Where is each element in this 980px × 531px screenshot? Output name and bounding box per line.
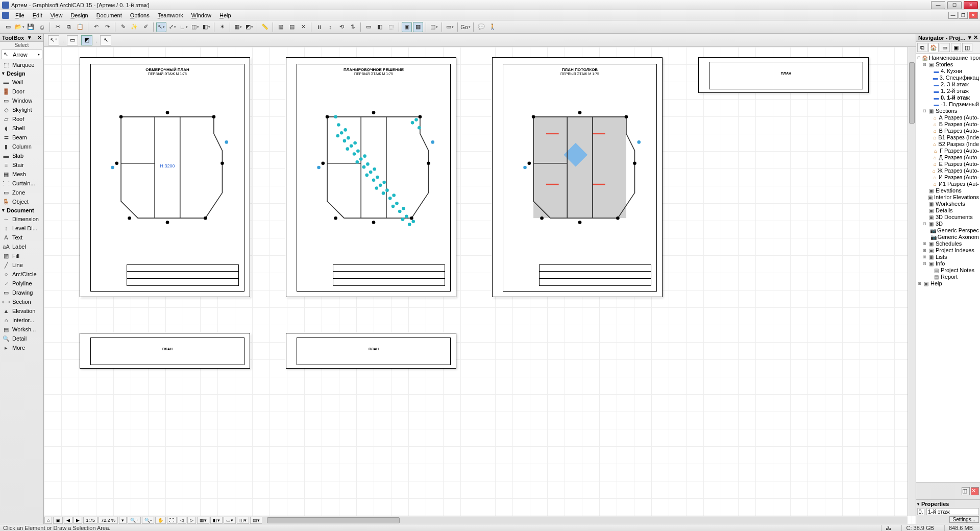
pick-button[interactable]: ✎ [118, 22, 128, 32]
nav-item-в1-разрез-inde[interactable]: ⌂В1 Разрез (Inde [916, 134, 980, 141]
document-tool-section[interactable]: ⟷Section [0, 297, 43, 306]
menu-edit[interactable]: Edit [29, 11, 46, 19]
redo-button[interactable]: ↷ [102, 22, 112, 32]
marquee-tool[interactable]: ⬚Marquee [0, 60, 43, 69]
design-tool-column[interactable]: ▮Column [0, 142, 43, 151]
nav-tab-extra[interactable]: ◫ [962, 43, 972, 52]
grid-button[interactable]: ▦ [233, 22, 243, 32]
sheet-2[interactable]: ПЛАН ПОТОЛКОВ ПЕРВЫЙ ЭТАЖ М 1:75 [492, 57, 663, 297]
paste-button[interactable]: 📋 [75, 22, 85, 32]
infobar-btn3[interactable]: ◩ [81, 35, 92, 45]
document-tool-elevation[interactable]: ▲Elevation [0, 306, 43, 316]
document-tool-text[interactable]: AText [0, 233, 43, 242]
design-tool-window[interactable]: ▭Window [0, 96, 43, 105]
eyedrop-button[interactable]: ✐ [140, 22, 151, 32]
menu-options[interactable]: Options [126, 11, 154, 19]
nav-item-б-разрез-auto-[interactable]: ⌂Б Разрез (Auto- [916, 121, 980, 128]
bb-right-icon[interactable]: ▶ [74, 517, 82, 524]
cut-button[interactable]: ✂ [53, 22, 63, 32]
nav-item-stories[interactable]: ⊟▣Stories [916, 61, 980, 68]
document-tool-fill[interactable]: ▨Fill [0, 251, 43, 260]
design-category[interactable]: Design [0, 69, 43, 78]
nav-item-2-3-й-этаж[interactable]: ▬2. 3-й этаж [916, 81, 980, 88]
nav-item-4-кухни[interactable]: ▬4. Кухни [916, 68, 980, 75]
design-tool-object[interactable]: 🪑Object [0, 197, 43, 206]
bb-prev-icon[interactable]: ◁ [178, 517, 186, 524]
suspend-button[interactable]: ⏸ [314, 22, 324, 32]
nav-item-3d[interactable]: ⊟▣3D [916, 221, 980, 227]
nav-item-sections[interactable]: ⊟▣Sections [916, 108, 980, 114]
design-tool-curtain-[interactable]: ⋮⋮Curtain... [0, 179, 43, 188]
drawing-canvas[interactable]: ОБМЕРОЧНЫЙ ПЛАН ПЕРВЫЙ ЭТАЖ М 1:75 H:320… [44, 47, 916, 524]
person-icon[interactable]: 🚶 [487, 22, 498, 32]
scale-display[interactable]: 1:75 [83, 517, 97, 524]
nav-item-а-разрез-auto-[interactable]: ⌂А Разрез (Auto- [916, 114, 980, 121]
snap4-button[interactable]: ◧ [201, 22, 211, 32]
bb-opt3-icon[interactable]: ▭▾ [224, 517, 236, 524]
nav-item-ж-разрез-auto-[interactable]: ⌂Ж Разрез (Auto- [916, 167, 980, 174]
sheet-0[interactable]: ОБМЕРОЧНЫЙ ПЛАН ПЕРВЫЙ ЭТАЖ М 1:75 H:320… [80, 57, 250, 297]
show1-button[interactable]: ▭ [363, 22, 374, 32]
nav-tab-layout[interactable]: ▭ [940, 43, 950, 52]
nav-item-1-2-й-этаж[interactable]: ▬1. 2-й этаж [916, 88, 980, 94]
infobar-btn1[interactable]: ↖⁺ [48, 35, 59, 45]
document-category[interactable]: Document [0, 206, 43, 214]
mdi-close-button[interactable]: ✕ [969, 12, 978, 19]
trace2-button[interactable]: ▤ [287, 22, 297, 32]
open-button[interactable]: 📂 [14, 22, 24, 32]
toolbox-close-button[interactable]: ✕ [37, 35, 41, 40]
edit1-button[interactable]: ↕ [325, 22, 335, 32]
document-tool-dimension[interactable]: ↔Dimension [0, 214, 43, 224]
document-tool-level-di-[interactable]: ↕Level Di... [0, 224, 43, 233]
mdi-minimize-button[interactable]: — [948, 12, 958, 19]
vertical-scrollbar[interactable] [908, 47, 916, 516]
menu-help[interactable]: Help [215, 11, 235, 19]
trace-x-button[interactable]: ✕ [298, 22, 308, 32]
cursor-mode-button[interactable]: ↖ [156, 22, 166, 32]
nav-prev-close[interactable]: ✕ [971, 487, 979, 495]
show2-button[interactable]: ◧ [375, 22, 385, 32]
copy-button[interactable]: ⧉ [64, 22, 74, 32]
nav-item-generic-perspec[interactable]: 📷Generic Perspec [916, 227, 980, 234]
nav-item-г-разрез-auto-[interactable]: ⌂Г Разрез (Auto- [916, 148, 980, 154]
bb-opt1-icon[interactable]: ▦▾ [197, 517, 209, 524]
nav-pin-icon[interactable]: ▾ [968, 34, 971, 41]
infobar-cursor-button[interactable]: ↖ [100, 35, 111, 45]
navigator-tree[interactable]: ⊟🏠Наименование проекта⊟▣Stories▬4. Кухни… [916, 54, 980, 482]
nav-item-help[interactable]: ⊞▣Help [916, 280, 980, 287]
horizontal-scrollbar[interactable] [263, 517, 908, 524]
sheet-row2-1[interactable]: ПЛАН [80, 333, 250, 369]
layout-button[interactable]: ▭ [445, 22, 455, 32]
nav-item-report[interactable]: ▤Report [916, 274, 980, 280]
bb-opt2-icon[interactable]: ◧▾ [210, 517, 223, 524]
toolbox-pin-icon[interactable]: ▾ [28, 34, 31, 41]
undo-button[interactable]: ↶ [91, 22, 101, 32]
design-tool-mesh[interactable]: ▦Mesh [0, 170, 43, 179]
bb-zout-icon[interactable]: 🔍- [142, 517, 154, 524]
nav-item-и-разрез-auto-[interactable]: ⌂И Разрез (Auto- [916, 174, 980, 181]
snap3-button[interactable]: ◫ [190, 22, 200, 32]
menu-view[interactable]: View [46, 11, 67, 19]
nav-item-в2-разрез-inde[interactable]: ⌂В2 Разрез (Inde [916, 141, 980, 148]
view-toggle2-button[interactable]: ▦ [413, 22, 423, 32]
show3-button[interactable]: ⬚ [386, 22, 396, 32]
chat-icon[interactable]: 💬 [476, 22, 486, 32]
nav-item-info[interactable]: ⊟▣Info [916, 260, 980, 267]
nav-tab-publisher[interactable]: ▣ [951, 43, 961, 52]
nav-tab-project[interactable]: ⧉ [917, 43, 927, 52]
settings-button[interactable]: Settings... [949, 516, 979, 523]
nav-item-е-разрез-auto-[interactable]: ⌂Е Разрез (Auto- [916, 161, 980, 167]
arrow-tool[interactable]: ↖Arrow▸ [1, 50, 42, 59]
nav-item--1-подземный[interactable]: ▬-1. Подземный [916, 101, 980, 108]
bb-next-icon[interactable]: ▷ [187, 517, 196, 524]
menu-teamwork[interactable]: Teamwork [154, 11, 187, 19]
properties-header[interactable]: Properties [917, 501, 979, 507]
bb-opt4-icon[interactable]: ◫▾ [237, 517, 249, 524]
nav-item-generic-axonom[interactable]: 📷Generic Axonom [916, 234, 980, 240]
snap1-button[interactable]: ⤢ [167, 22, 178, 32]
prop-value[interactable]: 1-й этаж [926, 508, 979, 515]
nav-item-schedules[interactable]: ⊞▣Schedules [916, 240, 980, 247]
grid2-button[interactable]: ◩ [244, 22, 254, 32]
design-tool-zone[interactable]: ▭Zone [0, 188, 43, 197]
print-button[interactable]: ⎙ [37, 22, 47, 32]
